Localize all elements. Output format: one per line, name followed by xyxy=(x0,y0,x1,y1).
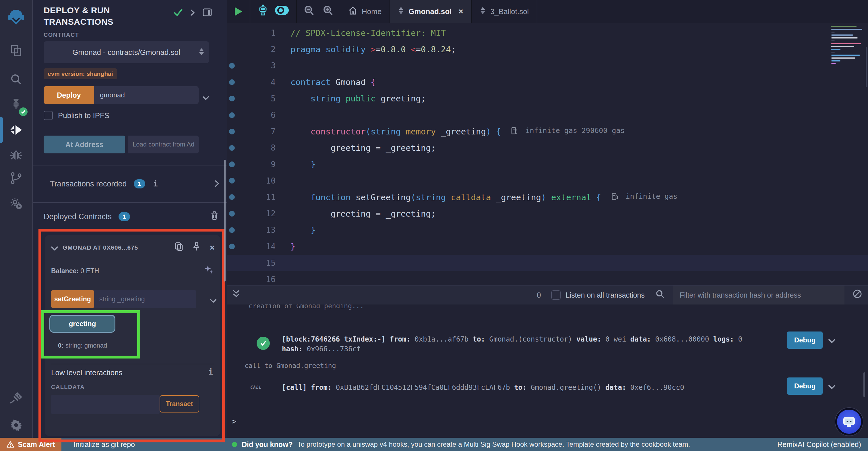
code-line-11[interactable]: 11 function setGreeting(string calldata … xyxy=(227,189,868,205)
code-line-1[interactable]: 1// SPDX-License-Identifier: MIT xyxy=(227,25,868,41)
transaction-filter-input[interactable] xyxy=(673,285,844,305)
gutter[interactable] xyxy=(227,194,237,200)
at-address-input[interactable] xyxy=(128,136,198,153)
expand-tx-chevron-icon[interactable] xyxy=(828,381,836,392)
expand-terminal-icon[interactable] xyxy=(232,289,240,301)
run-script-button[interactable] xyxy=(227,0,250,23)
code-line-16[interactable]: 16 xyxy=(227,271,868,285)
gutter[interactable] xyxy=(227,145,237,151)
contract-instance-title[interactable]: GMONAD AT 0X606...67579 xyxy=(63,244,138,251)
copilot-toggle-icon[interactable] xyxy=(274,5,289,18)
panel-layout-icon[interactable] xyxy=(203,8,212,19)
plug-icon[interactable] xyxy=(0,388,32,408)
gutter-dot-icon[interactable] xyxy=(229,244,235,249)
gutter-dot-icon[interactable] xyxy=(229,79,235,85)
zoom-out-icon[interactable] xyxy=(304,5,315,18)
code-line-4[interactable]: 4contract Gmonad { xyxy=(227,74,868,90)
gutter[interactable] xyxy=(227,244,237,249)
setgreeting-button[interactable]: setGreeting xyxy=(51,290,94,308)
scam-alert-badge[interactable]: Scam Alert xyxy=(0,438,61,451)
gutter[interactable] xyxy=(227,63,237,69)
git-icon[interactable] xyxy=(0,168,32,189)
file-explorer-icon[interactable] xyxy=(0,40,32,61)
terminal-search-icon[interactable] xyxy=(655,289,665,301)
code-line-3[interactable]: 3 xyxy=(227,57,868,74)
settings-icon[interactable] xyxy=(0,415,32,435)
code-line-10[interactable]: 10 xyxy=(227,173,868,189)
terminal-prompt[interactable]: > xyxy=(232,417,237,426)
code-line-12[interactable]: 12 greeting = _greeting; xyxy=(227,205,868,222)
clear-console-icon[interactable] xyxy=(852,289,862,301)
gutter-dot-icon[interactable] xyxy=(229,178,235,184)
code-line-7[interactable]: 7 constructor(string memory _greeting) {… xyxy=(227,123,868,140)
call-log-block[interactable]: [call] from: 0xB1aB62fdFC104512F594fCa0E… xyxy=(282,383,781,392)
calldata-input[interactable] xyxy=(51,395,160,414)
gutter[interactable] xyxy=(227,79,237,85)
constructor-arg-input[interactable] xyxy=(94,86,198,104)
collapse-chevron-icon[interactable] xyxy=(51,243,58,253)
gutter-dot-icon[interactable] xyxy=(229,145,235,151)
sparkles-ai-icon[interactable] xyxy=(204,265,214,277)
gutter-dot-icon[interactable] xyxy=(229,194,235,200)
setgreeting-arg-input[interactable] xyxy=(94,290,196,308)
publish-ipfs-checkbox[interactable] xyxy=(43,111,53,120)
code-line-13[interactable]: 13 } xyxy=(227,222,868,238)
gutter-dot-icon[interactable] xyxy=(229,211,235,217)
gutter[interactable] xyxy=(227,112,237,118)
close-instance-icon[interactable]: × xyxy=(210,243,215,252)
gutter-dot-icon[interactable] xyxy=(229,96,235,102)
zoom-in-icon[interactable] xyxy=(322,5,334,18)
expand-tx-chevron-icon[interactable] xyxy=(828,335,836,346)
tx-log-block[interactable]: [block:7646266 txIndex:-] from: 0xb1a...… xyxy=(282,334,781,354)
contract-select[interactable]: Gmonad - contracts/Gmonad.sol xyxy=(43,41,209,63)
terminal-scrollbar[interactable] xyxy=(863,372,865,397)
editor-scrollbar[interactable] xyxy=(866,47,867,87)
search-icon[interactable] xyxy=(0,69,32,90)
trash-icon[interactable] xyxy=(211,211,218,222)
solidity-compiler-icon[interactable] xyxy=(0,94,32,115)
tab-Gmonad.sol[interactable]: Gmonad.sol× xyxy=(390,0,472,23)
plugin-manager-icon[interactable] xyxy=(0,193,32,214)
code-editor[interactable]: 1// SPDX-License-Identifier: MIT2pragma … xyxy=(227,23,868,285)
deploy-expand-chevron-icon[interactable] xyxy=(203,92,209,103)
gutter-dot-icon[interactable] xyxy=(229,227,235,233)
code-line-9[interactable]: 9 } xyxy=(227,156,868,173)
gutter[interactable] xyxy=(227,96,237,102)
gutter-dot-icon[interactable] xyxy=(229,162,235,167)
code-line-2[interactable]: 2pragma solidity >=0.8.0 <=0.8.24; xyxy=(227,41,868,57)
debugger-icon[interactable] xyxy=(0,145,32,166)
tab-close-icon[interactable]: × xyxy=(459,7,463,16)
gutter-dot-icon[interactable] xyxy=(229,63,235,69)
listen-all-checkbox[interactable] xyxy=(551,290,561,300)
gutter[interactable] xyxy=(227,227,237,233)
editor-minimap[interactable] xyxy=(831,26,865,66)
transact-button[interactable]: Transact xyxy=(160,395,199,413)
debug-button[interactable]: Debug xyxy=(787,377,823,395)
gutter[interactable] xyxy=(227,162,237,167)
code-line-5[interactable]: 5 string public greeting; xyxy=(227,90,868,107)
remix-logo-icon[interactable] xyxy=(0,7,32,28)
remixai-assistant-button[interactable] xyxy=(835,408,863,435)
setgreeting-expand-chevron-icon[interactable] xyxy=(210,295,216,305)
deploy-button[interactable]: Deploy xyxy=(43,86,94,104)
git-init-button[interactable]: Initialize as git repo xyxy=(73,438,135,451)
panel-scrollbar[interactable] xyxy=(224,160,226,282)
gutter[interactable] xyxy=(227,211,237,217)
deploy-run-icon[interactable] xyxy=(0,119,32,140)
gutter[interactable] xyxy=(227,178,237,184)
gutter-dot-icon[interactable] xyxy=(229,112,235,118)
copy-address-icon[interactable] xyxy=(175,242,183,253)
debug-button[interactable]: Debug xyxy=(787,332,823,349)
greeting-button[interactable]: greeting xyxy=(50,315,115,333)
panel-collapse-icon[interactable] xyxy=(190,8,195,19)
gutter[interactable] xyxy=(227,129,237,135)
code-line-8[interactable]: 8 greeting = _greeting; xyxy=(227,140,868,156)
transactions-recorded-row[interactable]: Transactions recorded 1 i xyxy=(33,166,227,202)
remixai-robot-icon[interactable] xyxy=(257,5,269,19)
tab-Home[interactable]: Home xyxy=(340,0,390,23)
tab-3_Ballot.sol[interactable]: 3_Ballot.sol xyxy=(472,0,537,23)
info-icon[interactable]: i xyxy=(208,368,213,376)
terminal-body[interactable]: creation of Gmonad pending... > [block:7… xyxy=(227,305,868,438)
pin-icon[interactable] xyxy=(192,242,200,253)
code-line-15[interactable]: 15 xyxy=(227,255,868,271)
